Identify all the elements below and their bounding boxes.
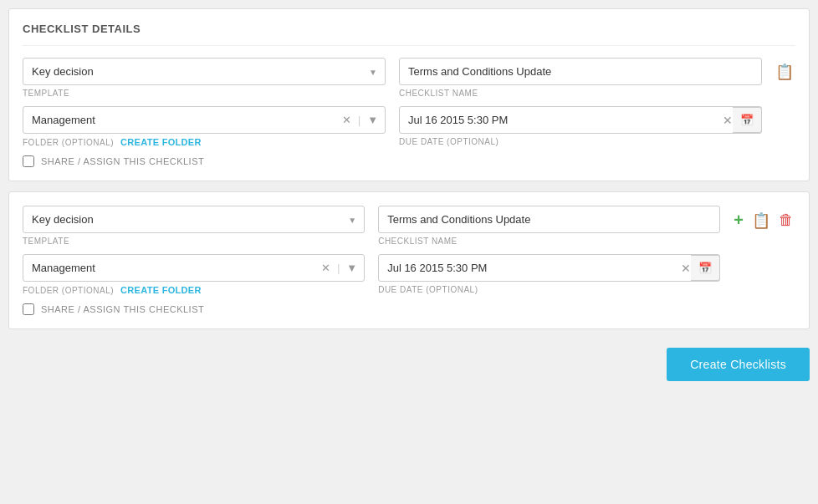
card2-fields: Key decision Standard Custom ▼ TEMPLATE … (23, 206, 720, 315)
bottom-bar: Create Checklists (8, 339, 810, 384)
card1-row: Key decision Standard Custom ▼ TEMPLATE … (23, 58, 795, 167)
card1-folder-wrapper: Management General ✕ | ▼ (23, 106, 386, 134)
card1-share-label: SHARE / ASSIGN THIS CHECKLIST (41, 156, 204, 166)
card2-folder-icons: ✕ | ▼ (318, 260, 360, 276)
card1-copy-btn[interactable]: 📋 (774, 61, 795, 83)
card1-folder-select[interactable]: Management General (23, 106, 386, 134)
card1-folder-label: FOLDER (OPTIONAL) (23, 138, 114, 147)
card2-row2: Management General ✕ | ▼ FOLDER (OPTIONA… (23, 254, 720, 295)
card2-template-group: Key decision Standard Custom ▼ TEMPLATE (23, 206, 365, 246)
card2-folder-label: FOLDER (OPTIONAL) (23, 286, 114, 295)
card2-date-input[interactable] (378, 254, 720, 282)
section-title: CHECKLIST DETAILS (23, 23, 795, 46)
card1-template-select[interactable]: Key decision Standard Custom (23, 58, 386, 85)
card2-share-label: SHARE / ASSIGN THIS CHECKLIST (41, 304, 204, 314)
card2-checklist-name-input[interactable] (378, 206, 720, 233)
card2-share-checkbox[interactable] (23, 303, 34, 315)
card2-folder-clear-btn[interactable]: ✕ (318, 260, 334, 276)
card2-create-folder-link[interactable]: CREATE FOLDER (120, 285, 202, 295)
card2-checklist-name-group: CHECKLIST NAME (378, 206, 720, 246)
card1-actions: 📋 (774, 58, 795, 83)
card1-checklist-name-input[interactable] (399, 58, 762, 85)
card2-copy-btn[interactable]: 📋 (750, 209, 772, 232)
card2-due-date-label: DUE DATE (OPTIONAL) (378, 285, 720, 294)
card2-actions: + 📋 🗑 (732, 206, 795, 232)
card2-folder-select[interactable]: Management General (23, 254, 365, 282)
card1-folder-icons: ✕ | ▼ (339, 112, 381, 128)
card2-date-wrapper: ✕ 📅 (378, 254, 720, 282)
card2-folder-group: Management General ✕ | ▼ FOLDER (OPTIONA… (23, 254, 365, 295)
card1-folder-group: Management General ✕ | ▼ FOLDER (OPTIONA… (23, 106, 386, 147)
card2-folder-divider: | (337, 262, 340, 274)
card2-calendar-btn[interactable]: 📅 (691, 255, 720, 281)
card2-delete-btn[interactable]: 🗑 (777, 209, 795, 232)
card2-add-btn[interactable]: + (732, 209, 745, 232)
card2-share-row: SHARE / ASSIGN THIS CHECKLIST (23, 303, 720, 315)
card2-row: Key decision Standard Custom ▼ TEMPLATE … (23, 206, 795, 315)
card2-template-label: TEMPLATE (23, 237, 365, 246)
card1-folder-divider: | (358, 115, 360, 126)
card1-due-date-label: DUE DATE (OPTIONAL) (399, 137, 762, 146)
card1-calendar-btn[interactable]: 📅 (733, 107, 762, 133)
card1-create-folder-link[interactable]: CREATE FOLDER (120, 137, 202, 147)
create-checklists-btn[interactable]: Create Checklists (667, 348, 810, 381)
card1-fields: Key decision Standard Custom ▼ TEMPLATE … (23, 58, 762, 167)
card1-row2: Management General ✕ | ▼ FOLDER (OPTIONA… (23, 106, 762, 147)
card1-date-clear-btn[interactable]: ✕ (723, 114, 733, 127)
card1-row1: Key decision Standard Custom ▼ TEMPLATE … (23, 58, 762, 98)
card1-checklist-name-label: CHECKLIST NAME (399, 89, 762, 98)
card1-folder-label-row: FOLDER (OPTIONAL) CREATE FOLDER (23, 137, 386, 147)
card1-date-wrapper: ✕ 📅 (399, 106, 762, 134)
main-container: CHECKLIST DETAILS Key decision Standard … (0, 0, 818, 504)
card1-due-date-group: ✕ 📅 DUE DATE (OPTIONAL) (399, 106, 762, 146)
card2-due-date-group: ✕ 📅 DUE DATE (OPTIONAL) (378, 254, 720, 294)
card2-checklist-name-label: CHECKLIST NAME (378, 237, 720, 246)
card2-folder-label-row: FOLDER (OPTIONAL) CREATE FOLDER (23, 285, 365, 295)
card2-folder-dropdown-btn[interactable]: ▼ (343, 260, 360, 276)
card2-folder-wrapper: Management General ✕ | ▼ (23, 254, 365, 282)
card2-template-select[interactable]: Key decision Standard Custom (23, 206, 365, 233)
card1-template-select-wrapper[interactable]: Key decision Standard Custom ▼ (23, 58, 386, 85)
card1-folder-clear-btn[interactable]: ✕ (339, 112, 355, 128)
card2-section: Key decision Standard Custom ▼ TEMPLATE … (8, 191, 810, 329)
card1-template-label: TEMPLATE (23, 89, 386, 98)
card1-share-row: SHARE / ASSIGN THIS CHECKLIST (23, 155, 762, 167)
card2-date-clear-btn[interactable]: ✕ (681, 262, 691, 275)
card2-template-select-wrapper[interactable]: Key decision Standard Custom ▼ (23, 206, 365, 233)
checklist-details-section: CHECKLIST DETAILS Key decision Standard … (8, 8, 810, 181)
card1-template-group: Key decision Standard Custom ▼ TEMPLATE (23, 58, 386, 98)
card1-folder-dropdown-btn[interactable]: ▼ (364, 112, 381, 128)
card1-date-input[interactable] (399, 106, 762, 134)
card2-row1: Key decision Standard Custom ▼ TEMPLATE … (23, 206, 720, 246)
card1-checklist-name-group: CHECKLIST NAME (399, 58, 762, 98)
card1-share-checkbox[interactable] (23, 155, 34, 167)
